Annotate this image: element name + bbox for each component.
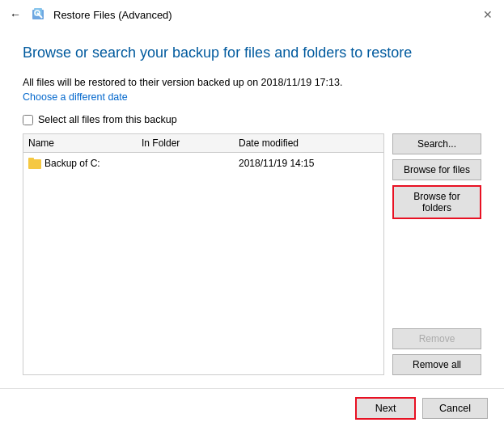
- main-area: Name In Folder Date modified Backup of C…: [23, 133, 481, 375]
- spacer: [392, 224, 481, 323]
- app-icon: [31, 6, 47, 23]
- table-row[interactable]: Backup of C: 2018/11/19 14:15: [23, 153, 383, 174]
- close-button[interactable]: ✕: [481, 8, 494, 21]
- browse-folders-button[interactable]: Browse for folders: [392, 185, 481, 219]
- next-button[interactable]: Next: [355, 397, 416, 420]
- row-name-text: Backup of C:: [44, 158, 100, 169]
- back-button[interactable]: ←: [10, 8, 21, 21]
- col-header-date: Date modified: [239, 137, 379, 149]
- info-text: All files will be restored to their vers…: [23, 77, 481, 88]
- remove-button[interactable]: Remove: [392, 328, 481, 349]
- choose-date-link[interactable]: Choose a different date: [23, 91, 481, 103]
- title-bar-left: ← Restore Files (Advanced): [10, 6, 172, 23]
- cancel-button[interactable]: Cancel: [422, 398, 488, 419]
- col-header-name: Name: [28, 137, 142, 149]
- select-all-checkbox[interactable]: [23, 115, 33, 125]
- select-all-row: Select all files from this backup: [23, 114, 481, 125]
- main-content: Browse or search your backup for files a…: [0, 27, 504, 388]
- side-buttons-panel: Search... Browse for files Browse for fo…: [392, 133, 481, 375]
- restore-files-window: ← Restore Files (Advanced) ✕ Browse or s…: [0, 0, 504, 431]
- title-bar: ← Restore Files (Advanced) ✕: [0, 0, 504, 27]
- file-table: Name In Folder Date modified Backup of C…: [23, 133, 384, 375]
- row-date-cell: 2018/11/19 14:15: [239, 158, 379, 169]
- col-header-infolder: In Folder: [142, 137, 239, 149]
- table-header: Name In Folder Date modified: [23, 134, 383, 153]
- footer: Next Cancel: [0, 388, 504, 431]
- row-name-cell: Backup of C:: [28, 158, 142, 169]
- window-title: Restore Files (Advanced): [53, 9, 172, 21]
- browse-files-button[interactable]: Browse for files: [392, 159, 481, 180]
- folder-icon: [28, 158, 41, 169]
- select-all-label: Select all files from this backup: [38, 114, 177, 125]
- search-button[interactable]: Search...: [392, 133, 481, 154]
- remove-all-button[interactable]: Remove all: [392, 354, 481, 375]
- table-body: Backup of C: 2018/11/19 14:15: [23, 153, 383, 374]
- page-title: Browse or search your backup for files a…: [23, 44, 481, 62]
